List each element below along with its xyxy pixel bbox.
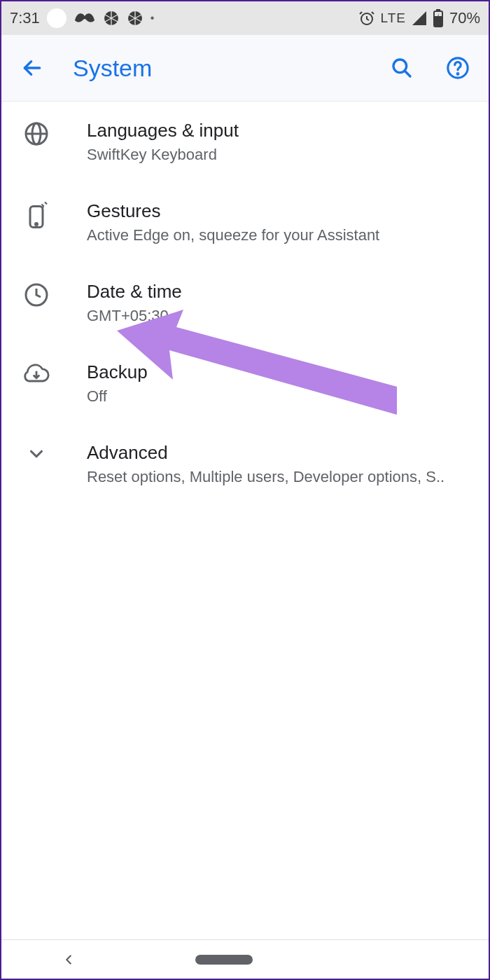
svg-point-16 — [457, 74, 458, 75]
signal-icon — [412, 11, 427, 26]
status-right: LTE 70% — [358, 9, 480, 27]
status-bar: 7:31 • LTE 70% — [1, 1, 489, 35]
network-label: LTE — [381, 11, 406, 26]
row-title: Date & time — [87, 281, 472, 303]
search-button[interactable] — [386, 53, 417, 83]
row-subtitle: Reset options, Multiple users, Developer… — [87, 468, 472, 486]
svg-line-14 — [405, 71, 410, 76]
row-date-time[interactable]: Date & time GMT+05:30 — [1, 263, 489, 343]
help-button[interactable] — [442, 53, 473, 83]
row-subtitle: Active Edge on, squeeze for your Assista… — [87, 226, 472, 244]
row-title: Gestures — [87, 200, 472, 222]
status-left: 7:31 • — [10, 8, 154, 28]
row-subtitle: GMT+05:30 — [87, 307, 472, 325]
more-dot-icon: • — [150, 12, 155, 25]
row-advanced[interactable]: Advanced Reset options, Multiple users, … — [1, 424, 489, 504]
row-title: Backup — [87, 361, 472, 383]
chevron-left-icon — [61, 952, 76, 967]
notification-dot-icon — [47, 8, 66, 28]
svg-rect-10 — [436, 9, 440, 11]
page-title: System — [73, 55, 361, 82]
row-backup[interactable]: Backup Off — [1, 343, 489, 424]
row-subtitle: Off — [87, 387, 472, 406]
app-bar: System — [1, 35, 489, 102]
globe-icon — [21, 121, 52, 146]
row-title: Languages & input — [87, 120, 472, 142]
svg-point-21 — [36, 223, 38, 226]
nav-bar — [1, 939, 489, 979]
clock-icon — [21, 282, 52, 308]
row-subtitle: SwiftKey Keyboard — [87, 146, 472, 164]
mustache-icon — [74, 12, 96, 25]
chevron-down-icon — [21, 443, 52, 464]
help-icon — [446, 56, 470, 80]
cloud-download-icon — [21, 363, 52, 385]
battery-label: 70% — [449, 9, 480, 27]
row-title: Advanced — [87, 442, 472, 464]
alarm-icon — [358, 10, 375, 27]
nav-home-pill[interactable] — [195, 955, 253, 965]
battery-charging-icon — [433, 9, 444, 27]
arrow-left-icon — [21, 57, 43, 79]
row-languages-input[interactable]: Languages & input SwiftKey Keyboard — [1, 102, 489, 182]
status-time: 7:31 — [10, 9, 40, 27]
settings-list: Languages & input SwiftKey Keyboard Gest… — [1, 102, 489, 504]
gestures-icon — [21, 202, 52, 230]
aperture-icon — [103, 10, 120, 27]
back-button[interactable] — [17, 53, 48, 83]
aperture-icon-2 — [127, 10, 144, 27]
row-gestures[interactable]: Gestures Active Edge on, squeeze for you… — [1, 182, 489, 263]
nav-back-button[interactable] — [61, 952, 76, 967]
search-icon — [391, 57, 413, 79]
